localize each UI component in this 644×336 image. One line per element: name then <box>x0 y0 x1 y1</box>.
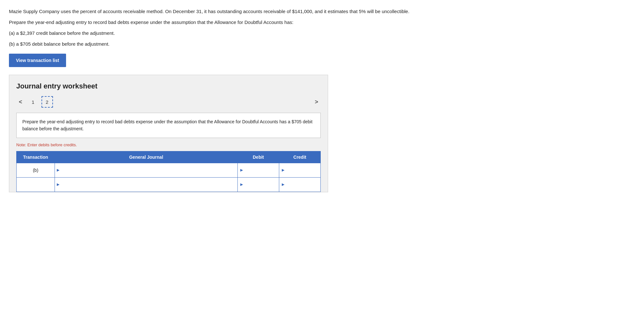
journal-table: Transaction General Journal Debit Credit… <box>16 151 321 192</box>
nav-arrow-right[interactable]: > <box>312 97 321 107</box>
tab-1[interactable]: 1 <box>27 96 39 108</box>
table-row: ▶ ▶ ▶ <box>17 177 321 192</box>
paragraph-1: Mazie Supply Company uses the percent of… <box>9 8 635 15</box>
nav-arrow-left[interactable]: < <box>16 97 25 107</box>
table-row: (b) ▶ ▶ ▶ <box>17 163 321 177</box>
note-text: Note: Enter debits before credits. <box>16 142 321 147</box>
row2-debit-input[interactable] <box>244 178 279 192</box>
row1-credit-arrow: ▶ <box>282 168 284 172</box>
item-b: (b) a $705 debit balance before the adju… <box>9 40 635 48</box>
col-header-general-journal: General Journal <box>55 151 238 163</box>
row1-general-journal[interactable]: ▶ <box>55 163 238 177</box>
row2-general-journal[interactable]: ▶ <box>55 177 238 192</box>
worksheet-title: Journal entry worksheet <box>16 82 321 90</box>
tab-2[interactable]: 2 <box>41 96 53 108</box>
entry-description-text: Prepare the year-end adjusting entry to … <box>22 119 312 131</box>
row1-debit[interactable]: ▶ <box>238 163 279 177</box>
row1-transaction: (b) <box>17 163 55 177</box>
row1-debit-arrow: ▶ <box>240 168 243 172</box>
col-header-debit: Debit <box>238 151 279 163</box>
row1-credit[interactable]: ▶ <box>279 163 321 177</box>
entry-description-box: Prepare the year-end adjusting entry to … <box>16 113 321 138</box>
row2-general-input[interactable] <box>61 178 237 192</box>
row2-debit-arrow: ▶ <box>240 182 243 187</box>
col-header-credit: Credit <box>279 151 321 163</box>
row2-credit[interactable]: ▶ <box>279 177 321 192</box>
view-transaction-list-button[interactable]: View transaction list <box>9 54 66 67</box>
col-header-transaction: Transaction <box>17 151 55 163</box>
row1-debit-input[interactable] <box>244 163 279 177</box>
row2-credit-input[interactable] <box>286 178 320 192</box>
worksheet-container: Journal entry worksheet < 1 2 > Prepare … <box>9 75 328 192</box>
paragraph-2: Prepare the year-end adjusting entry to … <box>9 19 635 26</box>
problem-text: Mazie Supply Company uses the percent of… <box>9 8 635 48</box>
row1-general-input[interactable] <box>61 163 237 177</box>
row1-credit-input[interactable] <box>286 163 320 177</box>
row2-transaction <box>17 177 55 192</box>
tab-navigation: < 1 2 > <box>16 96 321 108</box>
row2-debit[interactable]: ▶ <box>238 177 279 192</box>
row2-general-arrow: ▶ <box>57 182 59 187</box>
item-a: (a) a $2,397 credit balance before the a… <box>9 29 635 37</box>
row1-general-arrow: ▶ <box>57 168 59 172</box>
row2-credit-arrow: ▶ <box>282 182 284 187</box>
